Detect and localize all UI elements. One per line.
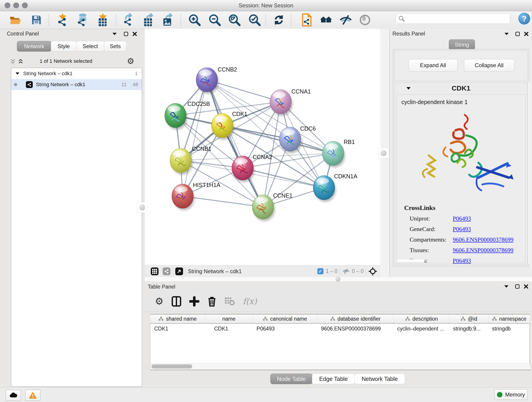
column-header[interactable]: @id — [450, 314, 488, 323]
import-table-from-file-button[interactable] — [96, 13, 110, 27]
collection-count: 1 — [135, 70, 138, 77]
collapse-all-button[interactable]: Collapse All — [464, 59, 514, 71]
string-home-button[interactable] — [319, 13, 333, 27]
gene-entry: CDK1 cyclin-dependent kinase 1 — [394, 82, 527, 265]
column-header[interactable]: canonical name — [253, 314, 317, 323]
close-panel-icon[interactable] — [131, 30, 139, 38]
apply-layout-button[interactable] — [272, 13, 286, 27]
open-in-window-icon[interactable] — [175, 268, 183, 275]
tab-network-table[interactable]: Network Table — [355, 374, 405, 384]
toolbar-separator — [49, 14, 49, 26]
bottom-splitter-grip[interactable] — [336, 277, 341, 282]
column-header[interactable]: description — [394, 314, 450, 323]
export-table-button[interactable] — [142, 13, 156, 27]
delete-table-icon-disabled — [225, 297, 235, 306]
show-columns-icon[interactable] — [171, 296, 181, 307]
table-options-gear-icon[interactable]: ⚙ — [155, 296, 164, 307]
maximize-panel-icon[interactable] — [513, 30, 522, 38]
shared-column-icon — [492, 317, 497, 321]
column-header[interactable]: name — [205, 314, 253, 323]
crosslink-link[interactable]: 9606.ENSP00000378699 — [453, 236, 513, 243]
column-header[interactable]: database identifier — [317, 314, 394, 323]
add-column-icon[interactable] — [189, 296, 199, 306]
hide-selection-button[interactable] — [339, 13, 353, 27]
float-panel-icon[interactable] — [502, 282, 510, 291]
float-panel-icon[interactable] — [502, 30, 511, 38]
cloud-status-button[interactable] — [6, 390, 21, 401]
collection-expander-icon[interactable] — [15, 72, 19, 75]
maximize-panel-icon[interactable] — [122, 30, 130, 38]
tab-network[interactable]: Network — [17, 41, 51, 51]
zoom-in-button[interactable] — [187, 13, 202, 27]
save-session-button[interactable] — [29, 13, 44, 27]
table-row[interactable]: CDK1 CDK1 P06493 9606.ENSP00000378699 cy… — [151, 324, 530, 334]
close-panel-icon[interactable] — [522, 30, 530, 38]
help-button[interactable]: ? — [518, 13, 530, 25]
tab-sets[interactable]: Sets — [104, 41, 127, 51]
import-network-from-file-button[interactable] — [56, 13, 70, 27]
column-header[interactable]: shared name — [150, 314, 205, 323]
table-hscroll-track[interactable] — [150, 364, 530, 370]
network-options-gear-icon[interactable]: ⚙ — [127, 56, 134, 66]
svg-text:CCNB2: CCNB2 — [218, 66, 237, 73]
close-panel-icon[interactable] — [522, 282, 530, 291]
database-import-icon — [76, 13, 89, 27]
maximize-panel-icon[interactable] — [513, 282, 521, 291]
hidden-eye-icon[interactable] — [342, 268, 350, 274]
table-toolbar: ⚙ f(x) — [145, 291, 532, 312]
network-overview-icon[interactable] — [163, 268, 171, 275]
network-tree: String Network – cdk1 1 String Network –… — [11, 68, 142, 387]
table-hscroll-thumb[interactable] — [152, 364, 192, 369]
table-header-row: shared name name canonical name database… — [150, 314, 530, 324]
results-vscroll-track[interactable] — [527, 82, 531, 264]
zoom-selected-button[interactable] — [247, 13, 262, 27]
tab-select[interactable]: Select — [76, 41, 104, 51]
open-session-button[interactable] — [9, 13, 23, 27]
network-view-title: String Network – cdk1 — [188, 268, 242, 274]
tab-node-table[interactable]: Node Table — [270, 374, 312, 384]
show-graphics-details-button[interactable] — [358, 13, 372, 27]
crosslink-link[interactable]: P06493 — [453, 226, 471, 233]
search-input[interactable] — [405, 15, 502, 22]
network-collection-row[interactable]: String Network – cdk1 1 — [11, 68, 142, 79]
warnings-button[interactable] — [25, 390, 40, 401]
table-body: CDK1 CDK1 P06493 9606.ENSP00000378699 cy… — [150, 324, 530, 364]
column-header[interactable]: namespace — [488, 314, 530, 323]
expand-all-button[interactable]: Expand All — [409, 59, 457, 71]
crosslink-link[interactable]: P06493 — [453, 257, 471, 264]
expand-collapse-box: Expand All Collapse All — [394, 51, 527, 81]
results-hscroll-thumb[interactable] — [397, 259, 424, 263]
right-splitter-grip[interactable] — [378, 148, 389, 158]
export-network-button[interactable] — [121, 13, 136, 27]
birdseye-grid-icon[interactable] — [151, 268, 158, 275]
svg-text:CCNA1: CCNA1 — [291, 88, 311, 95]
node-table: shared name name canonical name database… — [150, 314, 530, 364]
zoom-selected-icon — [248, 14, 261, 26]
tab-edge-table[interactable]: Edge Table — [312, 374, 355, 384]
zoom-out-button[interactable] — [208, 13, 222, 27]
network-graph[interactable]: CCNB2CCNA1CDC25BCDK1CDC6RB1CCNB1CCNA2CDK… — [145, 29, 380, 265]
hidden-counts: 0 – 0 — [352, 268, 364, 274]
zoom-fit-button[interactable] — [227, 13, 241, 27]
tab-style[interactable]: Style — [51, 41, 76, 51]
selected-nodes-checkbox-icon[interactable]: ✓ — [317, 268, 323, 274]
float-panel-icon[interactable] — [110, 30, 119, 38]
houses-icon — [319, 14, 333, 26]
network-canvas[interactable]: CCNB2CCNA1CDC25BCDK1CDC6RB1CCNB1CCNA2CDK… — [145, 29, 380, 265]
fit-selected-crosshair-icon[interactable] — [368, 267, 377, 276]
network-row-selected[interactable]: String Network – cdk1 11 48 — [11, 79, 142, 90]
save-floppy-icon — [31, 15, 42, 25]
network-edge-count: 48 — [133, 82, 138, 88]
crosslink-link[interactable]: P06493 — [453, 215, 471, 222]
new-network-from-selection-button[interactable] — [300, 13, 314, 27]
crosslink-label: GeneCard: — [410, 226, 436, 233]
crosslink-link[interactable]: 9606.ENSP00000378699 — [453, 247, 513, 254]
import-network-from-database-button[interactable] — [75, 13, 89, 27]
export-image-button[interactable] — [161, 13, 175, 27]
memory-button[interactable]: Memory — [494, 389, 527, 400]
tab-string[interactable]: String — [449, 39, 475, 50]
delete-column-icon[interactable] — [207, 296, 217, 307]
toolbar-separator — [291, 14, 291, 26]
memory-label: Memory — [505, 391, 525, 398]
table-panel-title: Table Panel — [148, 284, 175, 290]
